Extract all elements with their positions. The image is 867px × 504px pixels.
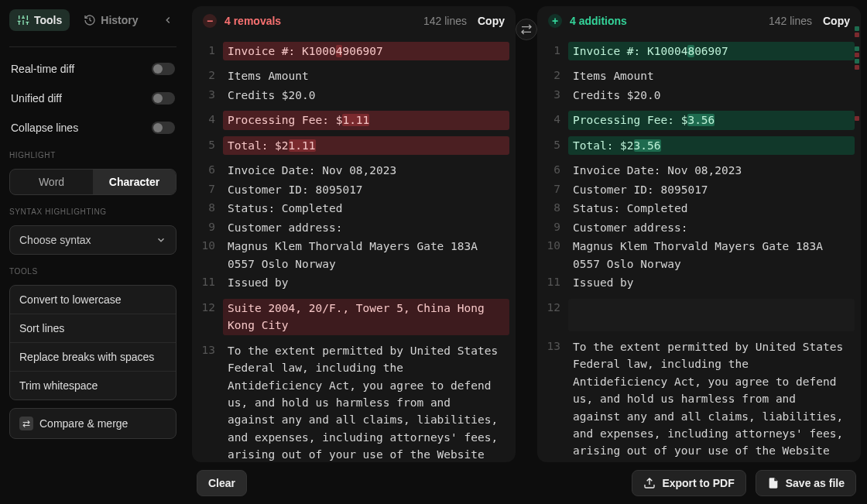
line-number: 10	[537, 237, 568, 254]
code-line: 9Customer address:	[537, 218, 861, 237]
code-line: 5Total: $21.11	[192, 136, 516, 155]
line-number: 3	[192, 86, 223, 103]
toggle-realtime-row: Real-time diff	[9, 58, 176, 80]
code-line: 1Invoice #: K10004806907	[537, 42, 861, 60]
section-tools-label: TOOLS	[9, 267, 176, 276]
line-number: 6	[192, 161, 223, 178]
seg-character[interactable]: Character	[93, 170, 176, 194]
code-left[interactable]: 1Invoice #: K100049069072Items Amount3Cr…	[192, 36, 516, 462]
syntax-select[interactable]: Choose syntax	[9, 225, 176, 255]
line-content: Customer address:	[568, 218, 855, 237]
line-number: 13	[537, 338, 568, 355]
tool-replace-breaks[interactable]: Replace breaks with spaces	[10, 342, 176, 371]
line-number: 1	[537, 42, 568, 59]
syntax-select-value: Choose syntax	[19, 234, 91, 246]
line-number: 8	[192, 199, 223, 216]
code-line: 4Processing Fee: $3.56	[537, 111, 861, 129]
line-number: 13	[192, 341, 223, 358]
copy-left-button[interactable]: Copy	[478, 15, 505, 27]
code-line: 11Issued by	[192, 273, 516, 292]
section-syntax-label: SYNTAX HIGHLIGHTING	[9, 207, 176, 216]
code-line: 11Issued by	[537, 273, 861, 292]
line-content: Total: $23.56	[568, 136, 855, 155]
toggle-unified-row: Unified diff	[9, 87, 176, 109]
line-number: 4	[192, 111, 223, 128]
plus-badge-icon: +	[548, 14, 562, 28]
line-number: 9	[192, 218, 223, 235]
copy-right-button[interactable]: Copy	[823, 15, 850, 27]
line-number: 5	[192, 136, 223, 153]
line-number: 12	[192, 299, 223, 316]
line-content: Issued by	[223, 273, 509, 292]
line-number: 4	[537, 111, 568, 128]
line-number: 6	[537, 161, 568, 178]
line-content: Customer address:	[223, 218, 509, 237]
tab-history[interactable]: History	[76, 9, 146, 31]
diff-container: − 4 removals 142 lines Copy 1Invoice #: …	[186, 0, 867, 462]
export-pdf-label: Export to PDF	[662, 477, 734, 489]
line-content: Status: Completed	[223, 199, 509, 218]
line-number: 7	[192, 180, 223, 197]
line-number: 12	[537, 299, 568, 316]
toggle-realtime-switch[interactable]	[152, 63, 175, 75]
tools-list: Convert to lowercase Sort lines Replace …	[9, 285, 176, 400]
line-content: Issued by	[568, 273, 855, 292]
minus-badge-icon: −	[203, 14, 217, 28]
line-content: Customer ID: 8095017	[568, 180, 855, 199]
save-file-label: Save as file	[786, 477, 845, 489]
code-line: 6Invoice Date: Nov 08,2023	[537, 161, 861, 180]
sidebar: Tools History Real-time diff Unified dif…	[0, 0, 186, 504]
sliders-icon	[17, 14, 29, 26]
line-content: Items Amount	[568, 67, 855, 85]
code-line: 12	[537, 299, 861, 331]
swap-icon	[520, 23, 533, 36]
tool-trim[interactable]: Trim whitespace	[10, 371, 176, 399]
minimap[interactable]	[855, 12, 859, 414]
swap-panes-button[interactable]	[516, 19, 537, 40]
code-line: 7Customer ID: 8095017	[192, 180, 516, 199]
toggle-collapse-row: Collapse lines	[9, 117, 176, 139]
export-pdf-button[interactable]: Export to PDF	[632, 470, 745, 496]
code-line: 7Customer ID: 8095017	[537, 180, 861, 199]
line-content: Items Amount	[223, 67, 509, 85]
toggle-unified-switch[interactable]	[152, 92, 175, 105]
toggle-realtime-label: Real-time diff	[11, 63, 74, 75]
line-number: 11	[192, 273, 223, 290]
compare-merge-button[interactable]: ⇄ Compare & merge	[9, 408, 176, 439]
tool-lowercase[interactable]: Convert to lowercase	[10, 286, 176, 314]
line-number: 2	[192, 67, 223, 84]
line-number: 5	[537, 136, 568, 153]
line-content: Invoice Date: Nov 08,2023	[568, 161, 855, 180]
code-line: 1Invoice #: K10004906907	[192, 42, 516, 60]
tool-sort[interactable]: Sort lines	[10, 314, 176, 342]
line-content: To the extent permitted by United States…	[568, 338, 855, 462]
seg-word[interactable]: Word	[10, 170, 93, 194]
clear-label: Clear	[208, 477, 235, 489]
line-content: Status: Completed	[568, 199, 855, 218]
line-number: 8	[537, 199, 568, 216]
section-highlight-label: HIGHLIGHT	[9, 151, 176, 159]
line-number: 1	[192, 42, 223, 59]
clear-button[interactable]: Clear	[197, 470, 247, 496]
code-line: 10Magnus Klem Thorvald Mayers Gate 183A …	[192, 237, 516, 273]
compare-merge-icon: ⇄	[19, 417, 33, 430]
line-content: Credits $20.0	[223, 86, 509, 105]
toggle-collapse-switch[interactable]	[152, 122, 175, 134]
code-line: 9Customer address:	[192, 218, 516, 237]
save-file-button[interactable]: Save as file	[756, 470, 856, 496]
file-icon	[767, 477, 780, 489]
line-content: To the extent permitted by United States…	[223, 341, 509, 462]
code-right[interactable]: 1Invoice #: K100048069072Items Amount3Cr…	[537, 36, 861, 462]
right-line-count: 142 lines	[769, 15, 812, 27]
pane-right: + 4 additions 142 lines Copy 1Invoice #:…	[537, 6, 861, 462]
line-content: Magnus Klem Thorvald Mayers Gate 183A 05…	[568, 237, 855, 273]
code-line: 13To the extent permitted by United Stat…	[192, 341, 516, 462]
line-number: 7	[537, 180, 568, 197]
collapse-sidebar-button[interactable]	[159, 12, 176, 29]
tab-tools[interactable]: Tools	[9, 9, 70, 31]
toggle-unified-label: Unified diff	[11, 92, 62, 105]
code-line: 4Processing Fee: $1.11	[192, 111, 516, 129]
code-line: 8Status: Completed	[192, 199, 516, 218]
line-content: Processing Fee: $1.11	[223, 111, 509, 129]
line-content: Magnus Klem Thorvald Mayers Gate 183A 05…	[223, 237, 509, 273]
